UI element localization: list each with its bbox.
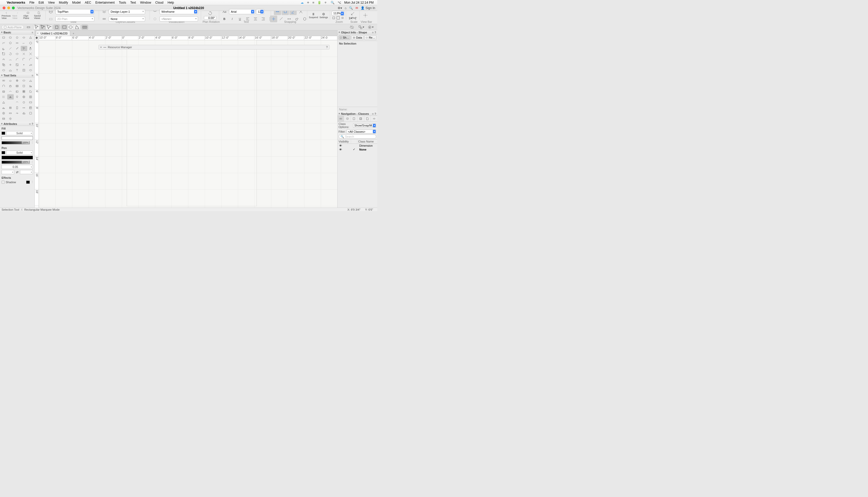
select-similar-icon[interactable]: ▾ — [358, 24, 365, 31]
document-tab[interactable]: × Untitled 1 v2024b220 — [36, 31, 70, 36]
scale-icon[interactable] — [349, 11, 357, 16]
polygon-tool-icon[interactable] — [7, 40, 14, 46]
resource-manager-panel[interactable]: × — Resource Manager ? — [98, 45, 330, 49]
arc-tool-icon[interactable] — [7, 57, 14, 62]
triangle-tool-icon[interactable] — [27, 35, 34, 40]
shadow-color-swatch[interactable] — [26, 181, 30, 184]
palette-menu-icon[interactable]: ≡ — [32, 31, 33, 34]
collapse-icon[interactable]: — — [103, 46, 106, 49]
text-tool-icon[interactable] — [14, 68, 20, 73]
trim-tool-icon[interactable] — [27, 51, 34, 56]
number-stamp-tool-icon[interactable]: 1 — [21, 68, 27, 73]
working-plane-select[interactable]: 2D Plan — [55, 16, 94, 22]
class-row[interactable]: 👁 Dimension — [338, 144, 377, 147]
toolset-icon[interactable] — [14, 105, 20, 110]
toolset-icon[interactable] — [21, 111, 27, 116]
toolset-icon[interactable] — [27, 78, 34, 83]
titlebar-search-icon[interactable]: 🔍 — [349, 6, 353, 10]
close-icon[interactable]: × — [1, 31, 3, 34]
render-tab[interactable]: Re… — [364, 35, 376, 40]
pen-preview[interactable] — [2, 156, 33, 159]
viewbar-settings-icon[interactable] — [362, 12, 369, 19]
menu-help[interactable]: Help — [166, 1, 176, 4]
circle-tool-icon[interactable] — [14, 35, 20, 40]
split-tool-icon[interactable] — [21, 51, 27, 56]
polyline-tool-icon[interactable] — [1, 40, 7, 46]
statusitem-cloud-icon[interactable]: ☁ — [299, 1, 305, 4]
visibility-toggle-icon[interactable] — [348, 24, 355, 31]
visibility-toggle-icon[interactable]: 👁 — [338, 144, 351, 147]
mode-lasso-icon[interactable] — [40, 25, 46, 30]
close-icon[interactable]: × — [339, 31, 340, 34]
toolset-icon[interactable] — [27, 94, 34, 100]
toolset-icon[interactable] — [27, 100, 34, 105]
menu-file[interactable]: File — [27, 1, 36, 4]
menu-aec[interactable]: AEC — [83, 1, 93, 4]
chamfer-tool-icon[interactable] — [27, 57, 34, 62]
font-select[interactable]: Arial — [229, 9, 255, 14]
saved-views-button[interactable]: Saved Views — [34, 11, 44, 19]
render-background-select[interactable]: <None> — [160, 16, 198, 22]
mode-cursor-icon[interactable] — [33, 25, 40, 30]
nav-layers-tab-icon[interactable] — [344, 116, 351, 122]
palette-menu-icon[interactable]: ≡ ? — [372, 31, 376, 34]
pen-style-select[interactable]: Solid — [6, 151, 33, 155]
toolset-icon[interactable] — [7, 94, 14, 100]
ruler-origin-icon[interactable]: ✥ — [35, 36, 39, 40]
nav-viewports-tab-icon[interactable] — [358, 116, 364, 122]
suspend-snapping-button[interactable]: ⏸ Suspend — [309, 11, 318, 19]
menu-model[interactable]: Model — [70, 1, 83, 4]
menubar-clock[interactable]: Mon Jul 24 12:14 PM — [343, 1, 375, 4]
horizontal-ruler[interactable]: 10'-0"8'-0"6'-0"4'-0"2'-0"0"2'-0"4'-0"6'… — [39, 36, 337, 40]
autoplane-checkbox[interactable] — [4, 26, 6, 29]
statusitem-extra-icon[interactable]: ⌗ — [311, 1, 316, 4]
move-by-points-tool-icon[interactable] — [7, 62, 14, 67]
ellipse-tool-icon[interactable] — [21, 35, 27, 40]
toolset-icon[interactable] — [21, 105, 27, 110]
mode-single-icon[interactable] — [54, 25, 60, 30]
menu-window[interactable]: Window — [138, 1, 153, 4]
toolset-icon[interactable] — [27, 105, 34, 110]
mode-ellipse-icon[interactable] — [68, 25, 74, 30]
font-size-select[interactable]: 12 — [256, 9, 264, 14]
clip-tool-icon[interactable] — [1, 62, 7, 67]
line-start-marker-select[interactable] — [2, 170, 14, 174]
class-options-select[interactable]: Show/Snap/M… — [353, 124, 376, 127]
line-thickness-select[interactable]: 0.05 — [2, 165, 33, 169]
fill-color-swatch[interactable] — [2, 132, 5, 135]
menu-tools[interactable]: Tools — [117, 1, 128, 4]
line-tool-icon[interactable] — [7, 46, 14, 51]
help-icon[interactable]: ? — [326, 46, 328, 49]
toolset-icon[interactable] — [27, 111, 34, 116]
toolset-icon[interactable] — [1, 78, 7, 83]
titlebar-notification-icon[interactable]: ✉ — [355, 6, 358, 10]
toolset-icon[interactable] — [7, 105, 14, 110]
menu-modify[interactable]: Modify — [57, 1, 70, 4]
rectangle-tool-icon[interactable] — [1, 35, 7, 40]
toolset-icon[interactable] — [1, 100, 7, 105]
fillet-tool-icon[interactable] — [21, 57, 27, 62]
sign-in-button[interactable]: 👤 Sign In — [361, 6, 375, 10]
toolset-icon[interactable] — [1, 116, 7, 121]
toolset-icon[interactable] — [21, 100, 27, 105]
mode-marquee-icon[interactable] — [46, 25, 52, 30]
toolset-icon[interactable] — [21, 83, 27, 89]
plane-mode-icon[interactable] — [25, 24, 32, 31]
nav-saved-views-tab-icon[interactable] — [364, 116, 371, 122]
wifi-icon[interactable]: ᯤ — [323, 1, 329, 4]
next-view-button[interactable]: Next View — [12, 11, 22, 19]
protractor-tool-icon[interactable] — [7, 68, 14, 73]
visibility-toggle-icon[interactable]: 👁 — [338, 148, 351, 151]
rounded-rect-tool-icon[interactable] — [7, 35, 14, 40]
spiral-tool-icon[interactable] — [1, 46, 7, 51]
fill-preview[interactable] — [2, 136, 33, 140]
plan-rotation-icon[interactable] — [207, 11, 214, 16]
locus-tool-icon[interactable] — [21, 62, 27, 67]
nav-references-tab-icon[interactable] — [371, 116, 377, 122]
nav-sheets-tab-icon[interactable] — [351, 116, 358, 122]
minimize-window-button[interactable] — [7, 6, 10, 9]
standard-view-select[interactable]: Top/Plan — [55, 9, 94, 14]
toolset-icon[interactable] — [21, 94, 27, 100]
toolset-icon[interactable] — [14, 83, 20, 89]
toolset-icon[interactable] — [7, 78, 14, 83]
